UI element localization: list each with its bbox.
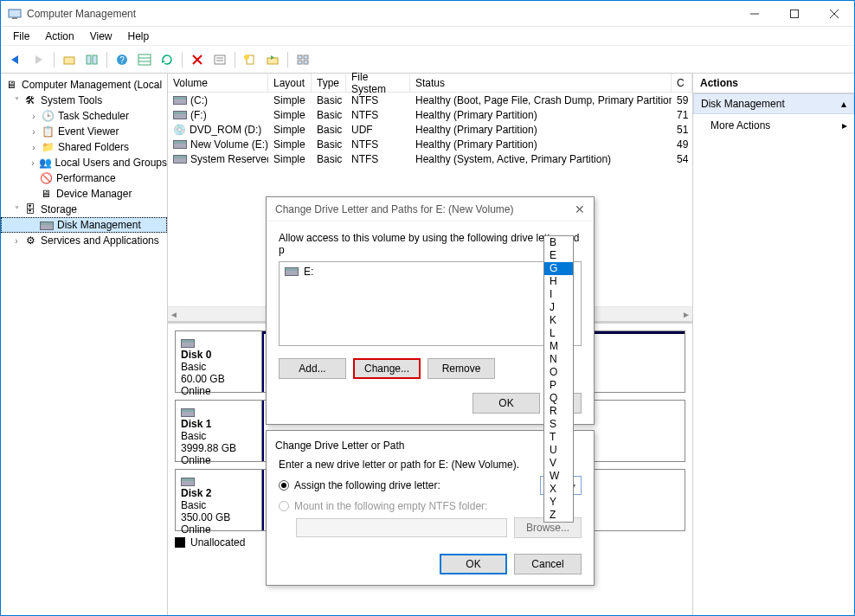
tree-task-scheduler[interactable]: ›🕒Task Scheduler [1, 108, 167, 124]
collapse-icon[interactable]: ˅ [11, 205, 22, 215]
dropdown-item[interactable]: S [544, 418, 573, 431]
expand-icon[interactable]: › [11, 236, 22, 246]
list-button[interactable] [134, 49, 155, 70]
col-type[interactable]: Type [312, 74, 346, 93]
up-button[interactable] [59, 49, 80, 70]
change-button[interactable]: Change... [353, 358, 421, 379]
drive-icon: 💿 [173, 124, 186, 136]
col-volume[interactable]: Volume [168, 74, 268, 93]
refresh-button[interactable] [157, 49, 177, 70]
dropdown-item[interactable]: N [544, 353, 573, 366]
drive-letter-dropdown[interactable]: BEGHIJKLMNOPQRSTUVWXYZ [543, 235, 574, 523]
menubar: File Action View Help [1, 27, 854, 46]
dropdown-item[interactable]: I [544, 288, 573, 301]
expand-icon[interactable]: › [29, 127, 39, 137]
svg-rect-13 [138, 55, 151, 65]
ok-button[interactable]: OK [472, 393, 540, 414]
disk-icon [181, 478, 195, 486]
ok-button[interactable]: OK [440, 554, 507, 574]
svg-rect-8 [64, 57, 74, 64]
tree-disk-management[interactable]: Disk Management [1, 217, 167, 233]
dialog-titlebar[interactable]: Change Drive Letter and Paths for E: (Ne… [267, 197, 594, 221]
dropdown-item[interactable]: H [544, 275, 573, 288]
dropdown-item[interactable]: J [544, 301, 573, 314]
dropdown-item[interactable]: Z [544, 509, 573, 522]
performance-icon: 🚫 [39, 172, 53, 184]
close-button[interactable] [814, 1, 854, 27]
col-layout[interactable]: Layout [268, 74, 312, 93]
dropdown-item[interactable]: M [544, 340, 573, 353]
clock-icon: 🕒 [41, 110, 55, 122]
table-row[interactable]: New Volume (E:)SimpleBasicNTFSHealthy (P… [168, 137, 692, 151]
dropdown-item[interactable]: T [544, 431, 573, 444]
dropdown-item[interactable]: Q [544, 392, 573, 405]
settings-icon[interactable] [209, 49, 230, 70]
radio-mount-folder[interactable]: Mount in the following empty NTFS folder… [279, 500, 582, 512]
svg-text:?: ? [119, 55, 125, 65]
navigation-tree: 🖥Computer Management (Local ˅🛠System Too… [1, 74, 168, 615]
expand-icon[interactable]: › [29, 112, 39, 121]
tree-local-users[interactable]: ›👥Local Users and Groups [1, 155, 167, 170]
col-c[interactable]: C [672, 74, 692, 93]
cancel-button[interactable]: Cancel [514, 554, 582, 574]
maximize-button[interactable] [775, 1, 814, 27]
menu-help[interactable]: Help [121, 29, 157, 44]
forward-button[interactable] [29, 49, 49, 70]
expand-icon[interactable]: › [29, 143, 39, 152]
table-row[interactable]: (F:)SimpleBasicNTFSHealthy (Primary Part… [168, 107, 692, 122]
dropdown-item[interactable]: V [544, 457, 573, 470]
open-icon[interactable] [262, 49, 283, 70]
dropdown-item[interactable]: Y [544, 496, 573, 509]
dropdown-item[interactable]: W [544, 470, 573, 483]
dropdown-item[interactable]: O [544, 366, 573, 379]
tree-event-viewer[interactable]: ›📋Event Viewer [1, 124, 167, 139]
disk-icon [40, 219, 54, 231]
list-item[interactable]: E: [285, 266, 575, 278]
menu-file[interactable]: File [6, 29, 36, 44]
svg-rect-24 [267, 58, 278, 64]
tree-shared-folders[interactable]: ›📁Shared Folders [1, 139, 167, 155]
event-icon: 📋 [41, 125, 55, 138]
col-fs[interactable]: File System [346, 74, 410, 93]
svg-rect-3 [791, 10, 799, 17]
dropdown-item[interactable]: G [544, 262, 573, 275]
table-row[interactable]: 💿DVD_ROM (D:)SimpleBasicUDFHealthy (Prim… [168, 122, 692, 137]
radio-assign-letter[interactable]: Assign the following drive letter: G▾ [279, 476, 582, 495]
menu-action[interactable]: Action [38, 29, 80, 44]
volume-list: (C:)SimpleBasicNTFSHealthy (Boot, Page F… [168, 93, 692, 166]
col-status[interactable]: Status [410, 74, 672, 93]
close-icon[interactable]: ✕ [575, 202, 585, 216]
menu-view[interactable]: View [83, 29, 119, 44]
collapse-icon[interactable]: ˅ [11, 96, 22, 106]
dropdown-item[interactable]: P [544, 379, 573, 392]
grid-icon[interactable] [292, 49, 313, 70]
help-button[interactable]: ? [112, 49, 132, 70]
minimize-button[interactable] [735, 1, 775, 27]
tree-performance[interactable]: 🚫Performance [1, 170, 167, 186]
delete-icon[interactable] [187, 49, 208, 70]
actions-more[interactable]: More Actions▸ [693, 114, 854, 137]
dropdown-item[interactable]: L [544, 327, 573, 340]
tree-root[interactable]: 🖥Computer Management (Local [1, 77, 167, 93]
expand-icon[interactable]: › [29, 158, 37, 168]
table-row[interactable]: System ReservedSimpleBasicNTFSHealthy (S… [168, 151, 692, 166]
properties-button[interactable] [81, 49, 102, 70]
dropdown-item[interactable]: X [544, 483, 573, 496]
dropdown-item[interactable]: U [544, 444, 573, 457]
table-row[interactable]: (C:)SimpleBasicNTFSHealthy (Boot, Page F… [168, 93, 692, 107]
dropdown-item[interactable]: K [544, 314, 573, 327]
tree-device-manager[interactable]: 🖥Device Manager [1, 186, 167, 202]
dropdown-item[interactable]: E [544, 249, 573, 262]
new-icon[interactable] [240, 49, 260, 70]
back-button[interactable] [6, 49, 27, 70]
tree-services-apps[interactable]: ›⚙Services and Applications [1, 233, 167, 248]
dropdown-item[interactable]: B [544, 236, 573, 249]
drive-paths-listbox[interactable]: E: [279, 261, 582, 346]
legend-swatch [175, 537, 185, 548]
tree-system-tools[interactable]: ˅🛠System Tools [1, 93, 167, 108]
remove-button[interactable]: Remove [428, 358, 495, 379]
dropdown-item[interactable]: R [544, 405, 573, 418]
add-button[interactable]: Add... [279, 358, 346, 379]
tree-storage[interactable]: ˅🗄Storage [1, 202, 167, 217]
actions-section-disk-management[interactable]: Disk Management▴ [693, 93, 854, 114]
